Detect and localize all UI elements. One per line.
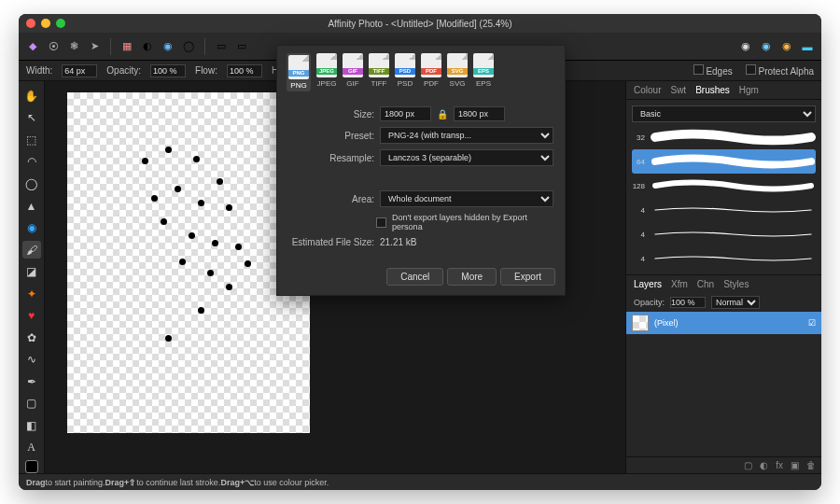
brush-row[interactable]: 4 <box>632 198 816 222</box>
brush-row[interactable]: 4 <box>632 246 816 271</box>
layer-thumbnail <box>632 315 649 331</box>
marquee-tool[interactable]: ◯ <box>22 175 41 193</box>
status-bar: Drag to start painting. Drag+⇧ to contin… <box>19 473 821 490</box>
tab-swatches[interactable]: Swt <box>670 85 686 95</box>
tab-transform[interactable]: Xfm <box>671 279 688 289</box>
more-button[interactable]: More <box>447 268 497 286</box>
assistant-icon[interactable]: ◉ <box>737 38 754 55</box>
pen-tool[interactable]: ✒ <box>22 372 41 391</box>
color-swatch[interactable] <box>25 460 38 473</box>
opacity-label: Opacity: <box>106 65 141 76</box>
brush-row[interactable]: 128 <box>632 174 816 198</box>
photo-persona-icon[interactable]: ◆ <box>24 38 41 55</box>
contrast-icon[interactable]: ◐ <box>139 38 156 55</box>
tab-channels[interactable]: Chn <box>697 279 714 289</box>
traffic-lights <box>26 19 65 28</box>
arrange-icon[interactable]: ▦ <box>119 38 135 55</box>
paint-brush-tool[interactable]: 🖌 <box>22 241 41 259</box>
guides-icon[interactable]: ◉ <box>778 38 795 55</box>
cancel-button[interactable]: Cancel <box>386 268 443 286</box>
format-tiff[interactable]: TIFFTIFF <box>369 53 389 91</box>
protect-alpha-checkbox[interactable] <box>746 64 756 75</box>
clone-tool[interactable]: ✦ <box>22 285 41 303</box>
opacity-input[interactable] <box>150 64 186 77</box>
text-tool[interactable]: A <box>22 439 41 457</box>
area-label: Area: <box>288 194 374 204</box>
close-icon[interactable] <box>26 19 35 28</box>
move-tool[interactable]: ↖ <box>22 109 41 128</box>
tab-layers[interactable]: Layers <box>634 279 662 289</box>
brush-row[interactable]: 32 <box>632 125 816 149</box>
select-icon[interactable]: ▭ <box>213 38 230 55</box>
width-label: Width: <box>26 65 52 76</box>
format-psd[interactable]: PSDPSD <box>395 53 415 91</box>
export-width[interactable] <box>380 106 431 121</box>
studio-panels: Colour Swt Brushes Hgm Basic 3264128444 … <box>625 81 821 473</box>
layer-row[interactable]: (Pixel) ☑ <box>626 312 821 334</box>
export-persona-icon[interactable]: ➤ <box>86 38 103 55</box>
format-gif[interactable]: GIFGIF <box>343 53 363 91</box>
more-icon[interactable]: ▭ <box>233 38 250 55</box>
flow-input[interactable] <box>227 64 262 77</box>
tab-styles[interactable]: Styles <box>723 279 749 289</box>
filesize-value: 21.21 kB <box>380 237 416 247</box>
delete-icon[interactable]: 🗑 <box>806 460 816 470</box>
resample-label: Resample: <box>288 153 374 163</box>
width-input[interactable] <box>62 64 97 77</box>
export-height[interactable] <box>454 106 505 121</box>
brush-row[interactable]: 4 <box>632 222 816 246</box>
format-png[interactable]: PNGPNG <box>287 53 311 91</box>
heal-tool[interactable]: ♥ <box>22 306 41 325</box>
brush-category[interactable]: Basic <box>632 105 816 122</box>
format-jpeg[interactable]: JPEGJPEG <box>316 53 337 91</box>
layer-opacity[interactable] <box>670 297 706 308</box>
panels-icon[interactable]: ▬ <box>799 38 816 55</box>
titlebar: Affinity Photo - <Untitled> [Modified] (… <box>19 14 821 33</box>
tab-brushes[interactable]: Brushes <box>695 85 730 95</box>
brush-row[interactable]: 64 <box>632 149 816 174</box>
layer-blend[interactable]: Normal <box>711 296 760 309</box>
tools-panel: ✋ ↖ ⬚ ◠ ◯ ▲ ◉ 🖌 ◪ ✦ ♥ ✿ ∿ ✒ ▢ ◧ A <box>19 81 45 473</box>
tab-histogram[interactable]: Hgm <box>739 85 759 95</box>
fx-icon[interactable]: fx <box>776 460 783 470</box>
export-dialog: PNGPNGJPEGJPEGGIFGIFTIFFTIFFPSDPSDPDFPDF… <box>276 45 566 296</box>
lock-icon[interactable]: 🔒 <box>437 109 448 119</box>
gradient-tool[interactable]: ◧ <box>22 416 41 435</box>
liquify-persona-icon[interactable]: ⦿ <box>45 38 62 55</box>
area-select[interactable]: Whole document <box>380 190 553 207</box>
mask-icon[interactable]: ▢ <box>744 460 752 470</box>
edges-checkbox[interactable] <box>693 64 704 75</box>
flood-tool[interactable]: ▲ <box>22 197 41 216</box>
lasso-tool[interactable]: ◠ <box>22 153 41 172</box>
format-svg[interactable]: SVGSVG <box>447 53 468 91</box>
filesize-label: Estimated File Size: <box>288 237 374 247</box>
window-title: Affinity Photo - <Untitled> [Modified] (… <box>19 19 821 29</box>
preset-select[interactable]: PNG-24 (with transp... <box>380 127 553 144</box>
smudge-tool[interactable]: ∿ <box>22 351 41 370</box>
color-picker-tool[interactable]: ◉ <box>22 218 41 237</box>
hidden-layers-checkbox[interactable] <box>376 217 386 228</box>
hand-tool[interactable]: ✋ <box>22 87 41 105</box>
preset-label: Preset: <box>288 131 374 141</box>
layers-tabs: Layers Xfm Chn Styles <box>626 274 821 293</box>
layer-options: Opacity: Normal <box>626 293 821 312</box>
selection-tool[interactable]: ⬚ <box>22 131 41 149</box>
group-icon[interactable]: ▣ <box>791 460 799 470</box>
dodge-tool[interactable]: ✿ <box>22 329 41 347</box>
tab-colour[interactable]: Colour <box>634 85 661 95</box>
format-pdf[interactable]: PDFPDF <box>421 53 441 91</box>
layers-footer: ▢ ◐ fx ▣ 🗑 <box>626 456 821 473</box>
shape-tool[interactable]: ▢ <box>22 395 41 413</box>
resample-select[interactable]: Lanczos 3 (separable) <box>380 149 553 166</box>
adjust-icon[interactable]: ◉ <box>160 38 176 55</box>
develop-persona-icon[interactable]: ❃ <box>65 38 82 55</box>
format-eps[interactable]: EPSEPS <box>473 53 494 91</box>
zoom-icon[interactable] <box>56 19 65 28</box>
snap-icon[interactable]: ◉ <box>758 38 775 55</box>
adjustment-icon[interactable]: ◐ <box>760 460 768 470</box>
erase-tool[interactable]: ◪ <box>22 262 41 281</box>
canvas[interactable] <box>67 92 310 433</box>
crop-icon[interactable]: ◯ <box>180 38 197 55</box>
minimize-icon[interactable] <box>41 19 50 28</box>
export-button[interactable]: Export <box>500 268 555 286</box>
